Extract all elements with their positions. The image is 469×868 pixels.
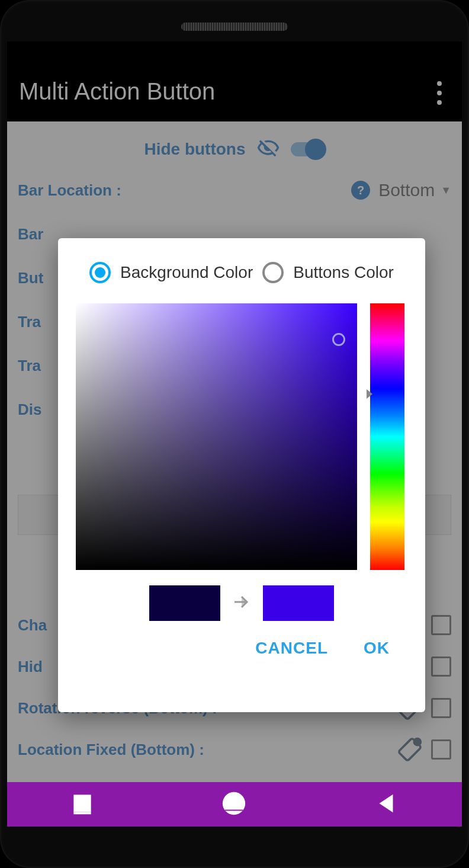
nav-home-button[interactable] xyxy=(220,790,248,819)
old-color-swatch xyxy=(149,585,220,621)
sv-thumb[interactable] xyxy=(332,333,345,346)
svg-rect-3 xyxy=(74,795,91,812)
color-target-radio-group: Background Color Buttons Color xyxy=(76,262,407,283)
ok-button[interactable]: OK xyxy=(364,639,390,658)
color-picker-area xyxy=(76,303,407,570)
device-speaker xyxy=(181,23,288,31)
device-frame: Multi Action Button Hide buttons Bar Loc… xyxy=(0,0,469,868)
screen: Multi Action Button Hide buttons Bar Loc… xyxy=(7,41,462,827)
radio-background-color[interactable] xyxy=(89,262,111,283)
radio-buttons-label: Buttons Color xyxy=(293,263,394,282)
color-preview-row xyxy=(76,585,407,621)
hue-thumb[interactable] xyxy=(367,389,372,399)
new-color-swatch xyxy=(263,585,334,621)
cancel-button[interactable]: CANCEL xyxy=(255,639,328,658)
saturation-value-panel[interactable] xyxy=(76,303,357,570)
app-header: Multi Action Button xyxy=(7,41,462,121)
nav-recent-button[interactable] xyxy=(69,790,95,819)
color-picker-dialog: Background Color Buttons Color xyxy=(58,238,425,712)
navigation-bar xyxy=(7,782,462,827)
arrow-right-icon xyxy=(231,591,252,615)
svg-point-5 xyxy=(223,792,245,814)
nav-back-button[interactable] xyxy=(372,790,400,819)
page-title: Multi Action Button xyxy=(19,78,429,105)
overflow-menu-button[interactable] xyxy=(429,81,450,105)
radio-buttons-color[interactable] xyxy=(262,262,284,283)
radio-background-label: Background Color xyxy=(120,263,253,282)
dialog-actions: CANCEL OK xyxy=(76,639,407,658)
hue-slider[interactable] xyxy=(370,303,404,570)
svg-rect-4 xyxy=(74,812,91,814)
